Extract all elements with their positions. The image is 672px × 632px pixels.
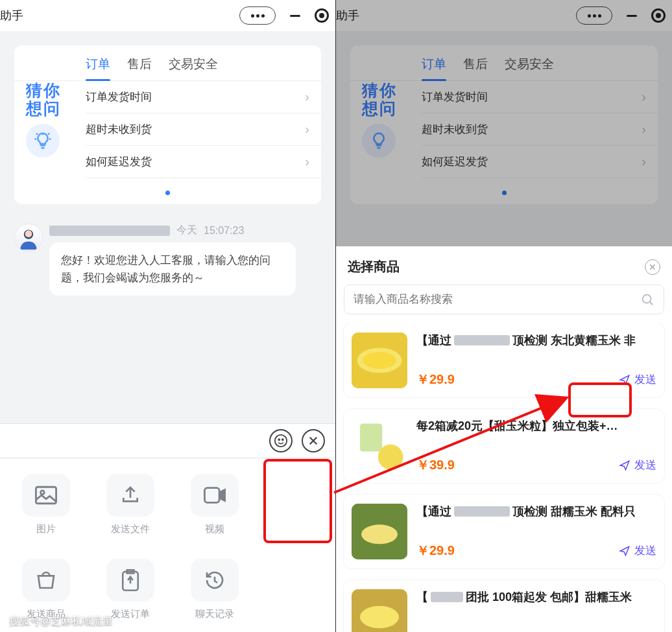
tool-image[interactable]: 图片	[17, 474, 75, 535]
right-pane: 助手 订单 售后 交易安全 猜你 想问 订单发货时间› 超时未收到货›	[336, 0, 672, 632]
svg-point-6	[41, 491, 45, 495]
watermark: 搜狐号@芝麻私域流量	[9, 614, 113, 628]
tool-label: 图片	[36, 523, 56, 535]
more-icon[interactable]	[239, 6, 276, 25]
tab-aftersale[interactable]: 售后	[127, 56, 152, 80]
search-icon	[640, 292, 654, 307]
svg-rect-5	[36, 487, 56, 504]
tool-upload-file[interactable]: 发送文件	[101, 474, 160, 535]
tool-label: 发送文件	[111, 523, 150, 535]
close-icon[interactable]	[302, 429, 325, 452]
faq-row-label: 订单发货时间	[86, 89, 152, 104]
send-label: 发送	[634, 543, 656, 558]
product-item[interactable]: 每2箱减20元【甜玉米粒】独立包装+… ￥39.9 发送	[344, 409, 664, 483]
product-title: 每2箱减20元【甜玉米粒】独立包装+…	[416, 418, 656, 434]
faq-card: 订单 售后 交易安全 猜你 想问 订单发货时间› 超时未收到货› 如何延迟发货›	[14, 45, 321, 204]
send-label: 发送	[634, 458, 656, 473]
svg-point-1	[25, 230, 32, 237]
tool-send-order[interactable]: 发送订单	[101, 559, 160, 620]
product-thumb	[352, 504, 407, 559]
chevron-right-icon: ›	[305, 122, 309, 137]
product-title: 【通过顶检测 东北黄糯玉米 非	[416, 333, 656, 348]
minimize-icon[interactable]	[290, 15, 300, 17]
chevron-right-icon: ›	[305, 89, 309, 104]
bulb-icon	[26, 124, 60, 158]
censored-text	[454, 506, 510, 517]
faq-row-label: 超时未收到货	[86, 122, 152, 137]
product-price: ￥39.9	[416, 456, 455, 474]
tool-chat-history[interactable]: 聊天记录	[186, 559, 244, 620]
svg-point-15	[378, 445, 403, 470]
emoji-icon[interactable]	[269, 429, 293, 452]
tool-video[interactable]: 视频	[186, 474, 244, 535]
page-indicator	[14, 191, 321, 195]
send-label: 发送	[634, 372, 656, 387]
sheet-title: 选择商品	[348, 258, 400, 275]
faq-tabs: 订单 售后 交易安全	[14, 45, 321, 81]
faq-row[interactable]: 如何延迟发货›	[86, 146, 321, 178]
faq-list: 订单发货时间› 超时未收到货› 如何延迟发货›	[86, 81, 321, 178]
svg-point-3	[278, 439, 280, 440]
product-thumb	[352, 418, 407, 474]
message-bubble: 您好！欢迎您进入人工客服，请输入您的问题，我们会竭诚为您服务的～	[49, 242, 296, 296]
svg-point-17	[361, 524, 398, 544]
svg-point-2	[275, 435, 287, 447]
chevron-right-icon: ›	[305, 154, 309, 169]
select-product-sheet: 选择商品 ✕ 【通过顶检测 东北黄糯玉米 非 ￥29.9 发	[336, 246, 672, 632]
svg-rect-7	[204, 488, 219, 503]
svg-point-19	[360, 606, 399, 628]
agent-avatar	[14, 224, 43, 252]
product-item[interactable]: 【通过顶检测 东北黄糯玉米 非 ￥29.9 发送	[344, 323, 664, 397]
tools-panel: 图片 发送文件 视频 发送商品 发送订单 聊天记录	[0, 458, 335, 632]
timestamp: 15:07:23	[204, 225, 244, 237]
svg-point-9	[643, 295, 651, 303]
product-thumb	[352, 333, 407, 388]
tool-label: 发送订单	[111, 608, 150, 620]
tab-security[interactable]: 交易安全	[169, 56, 218, 80]
product-price: ￥29.9	[416, 542, 455, 559]
censored-text	[454, 335, 510, 345]
tool-label: 视频	[205, 523, 224, 535]
product-item[interactable]: 【通过顶检测 甜糯玉米 配料只 ￥29.9 发送	[344, 495, 664, 568]
product-search[interactable]	[344, 285, 664, 314]
app-title: 助手	[0, 8, 23, 23]
product-title: 【通过顶检测 甜糯玉米 配料只	[416, 504, 656, 519]
svg-rect-14	[360, 424, 382, 452]
product-title: 【团批 100箱起发 包邮】甜糯玉米	[416, 589, 656, 605]
left-pane: 助手 订单 售后 交易安全 猜你 想问	[0, 0, 336, 632]
product-price: ￥29.9	[416, 371, 455, 388]
product-list: 【通过顶检测 东北黄糯玉米 非 ￥29.9 发送 每2箱减20元【甜玉米粒】独立…	[336, 323, 672, 632]
send-product-button[interactable]: 发送	[619, 372, 656, 387]
tool-label: 聊天记录	[195, 608, 234, 620]
guess-label: 猜你 想问	[26, 82, 73, 117]
search-input[interactable]	[354, 293, 640, 306]
chat-input-bar[interactable]	[0, 423, 335, 458]
product-item[interactable]: 【团批 100箱起发 包邮】甜糯玉米	[344, 580, 664, 632]
svg-point-12	[363, 352, 396, 369]
target-icon[interactable]	[315, 8, 329, 23]
svg-point-4	[282, 439, 283, 440]
window-controls	[239, 6, 329, 25]
modal-overlay[interactable]	[336, 0, 672, 246]
send-product-button[interactable]: 发送	[619, 458, 656, 473]
faq-row[interactable]: 订单发货时间›	[86, 81, 321, 113]
tool-send-product[interactable]: 发送商品	[17, 559, 75, 620]
message-meta: 今天 15:07:23	[49, 224, 321, 237]
time-prefix: 今天	[176, 224, 197, 237]
titlebar: 助手	[0, 0, 335, 31]
tab-orders[interactable]: 订单	[86, 56, 110, 80]
product-thumb	[352, 589, 407, 632]
chat-message: 今天 15:07:23 您好！欢迎您进入人工客服，请输入您的问题，我们会竭诚为您…	[14, 224, 321, 296]
close-icon[interactable]: ✕	[645, 259, 660, 275]
faq-row-label: 如何延迟发货	[86, 154, 152, 169]
send-product-button[interactable]: 发送	[619, 543, 656, 558]
faq-row[interactable]: 超时未收到货›	[86, 113, 321, 146]
censored-name	[49, 226, 170, 236]
guess-you-ask: 猜你 想问	[26, 82, 73, 158]
censored-text	[431, 592, 463, 602]
